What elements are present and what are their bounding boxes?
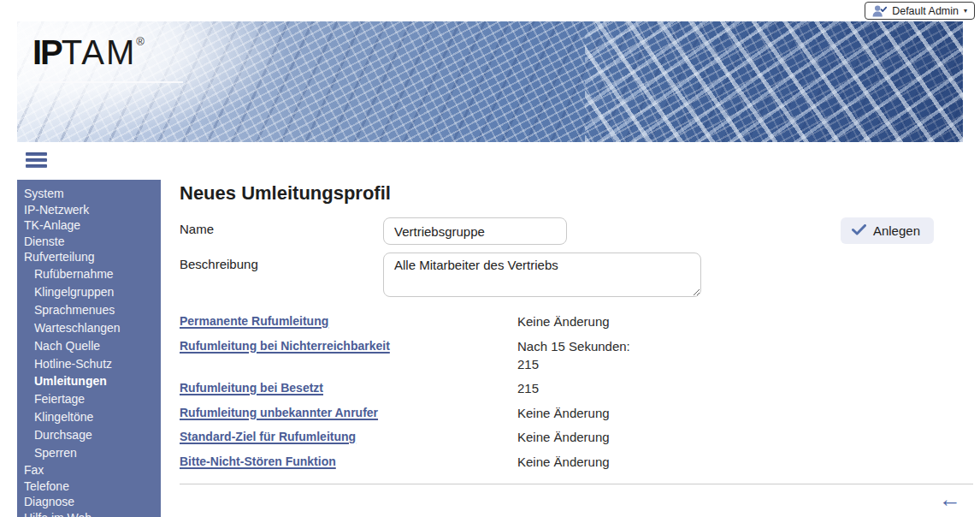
check-icon [852,223,866,238]
rule-link-unbekannter-anrufer[interactable]: Rufumleitung unbekannter Anrufer [180,404,517,421]
sidebar-item-dienste[interactable]: Dienste [24,234,161,250]
sidebar-item-rufverteilung[interactable]: Rufverteilung [24,249,161,265]
back-row: ← [180,484,973,510]
rule-row-besetzt: Rufumleitung bei Besetzt 215 [180,379,973,397]
rule-link-nichterreichbarkeit[interactable]: Rufumleitung bei Nichterreichbarkeit [180,337,517,354]
rule-link-besetzt[interactable]: Rufumleitung bei Besetzt [180,379,517,396]
logo-underline [32,81,183,83]
logo-light-text: TAM [62,33,136,71]
iptam-logo: IPTAM® [32,35,145,69]
description-label: Beschreibung [180,253,383,271]
sidebar-item-hotline-schutz[interactable]: Hotline-Schutz [24,355,161,373]
chevron-down-icon: ▾ [964,8,967,15]
top-bar: Default Admin ▾ [0,0,980,21]
sidebar-item-diagnose[interactable]: Diagnose [24,494,161,510]
registered-mark: ® [136,35,145,48]
back-arrow-icon[interactable]: ← [939,488,961,510]
main-content: Neues Umleitungsprofil Name Anlegen Besc… [180,175,973,510]
header-banner: IPTAM® [17,21,963,142]
sidebar-item-sprachmenues[interactable]: Sprachmenues [24,301,161,319]
name-input[interactable] [383,217,567,245]
menu-toggle-icon[interactable] [26,152,48,170]
rule-row-bitte-nicht-stoeren: Bitte-Nicht-Stören Funktion Keine Änderu… [180,453,973,471]
forwarding-rules-list: Permanente Rufumleitung Keine Änderung R… [180,312,973,471]
rule-link-permanente-rufumleitung[interactable]: Permanente Rufumleitung [180,312,517,330]
sidebar-item-hilfe-im-web[interactable]: Hilfe im Web [24,510,161,517]
sidebar-item-system[interactable]: System [24,186,161,202]
rule-link-bitte-nicht-stoeren[interactable]: Bitte-Nicht-Stören Funktion [180,453,517,470]
sidebar-item-telefone[interactable]: Telefone [24,478,161,495]
rule-value: Keine Änderung [517,404,610,422]
sidebar-item-tk-anlage[interactable]: TK-Anlage [24,217,161,234]
sidebar-item-umleitungen[interactable]: Umleitungen [24,372,161,390]
rule-row-unbekannter-anrufer: Rufumleitung unbekannter Anrufer Keine Ä… [180,404,973,422]
rule-row-standard-ziel: Standard-Ziel für Rufumleitung Keine Änd… [180,428,973,446]
description-form-row: Beschreibung Alle Mitarbeiter des Vertri… [180,253,973,297]
rule-value: Keine Änderung [517,428,610,446]
rule-value: Keine Änderung [517,312,610,330]
description-textarea[interactable]: Alle Mitarbeiter des Vertriebs [383,253,701,297]
rule-link-standard-ziel[interactable]: Standard-Ziel für Rufumleitung [180,428,517,445]
sidebar-item-rufuebernahme[interactable]: Rufübernahme [24,265,161,283]
anlegen-button-label: Anlegen [873,223,920,238]
sidebar-menu: System IP-Netzwerk TK-Anlage Dienste Ruf… [24,186,161,517]
sidebar-item-feiertage[interactable]: Feiertage [24,390,161,408]
sidebar-item-fax[interactable]: Fax [24,462,161,478]
rule-value: Keine Änderung [517,453,610,471]
sidebar-item-klingelgruppen[interactable]: Klingelgruppen [24,283,161,301]
rule-value: 215 [517,379,539,397]
sidebar-item-warteschlangen[interactable]: Warteschlangen [24,319,161,337]
sidebar-nav: System IP-Netzwerk TK-Anlage Dienste Ruf… [17,180,161,517]
sidebar-item-nach-quelle[interactable]: Nach Quelle [24,337,161,355]
banner-grid-texture [585,21,963,142]
rule-value: Nach 15 Sekunden:215 [517,337,630,373]
rule-row-nichterreichbarkeit: Rufumleitung bei Nichterreichbarkeit Nac… [180,337,973,373]
rule-row-permanent: Permanente Rufumleitung Keine Änderung [180,312,973,330]
sidebar-item-sperren[interactable]: Sperren [24,444,161,462]
user-menu-button[interactable]: Default Admin ▾ [865,2,975,20]
anlegen-button[interactable]: Anlegen [841,217,934,244]
user-check-icon [872,5,887,17]
sidebar-item-klingeltoene[interactable]: Klingeltöne [24,408,161,426]
page-title: Neues Umleitungsprofil [180,182,973,205]
name-form-row: Name Anlegen [180,217,973,245]
name-label: Name [180,217,383,236]
logo-bold-text: IP [32,33,62,71]
user-menu-label: Default Admin [892,5,959,17]
sidebar-item-ip-netzwerk[interactable]: IP-Netzwerk [24,202,161,218]
sidebar-item-durchsage[interactable]: Durchsage [24,426,161,444]
